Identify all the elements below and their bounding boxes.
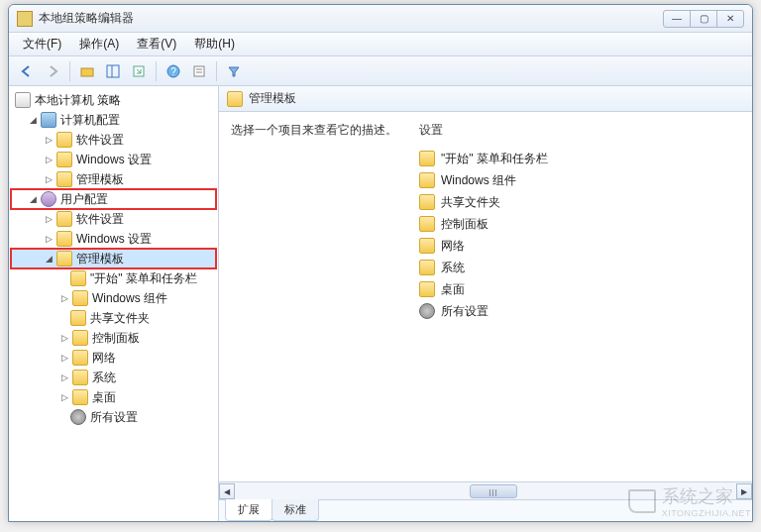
- tree-user-config[interactable]: ◢ 用户配置: [11, 189, 216, 209]
- tree-root[interactable]: 本地计算机 策略: [11, 90, 216, 110]
- collapse-icon[interactable]: ◢: [27, 114, 39, 126]
- forward-button[interactable]: [41, 59, 64, 83]
- tree-control-panel[interactable]: ▷ 控制面板: [11, 328, 216, 348]
- list-item-control-panel[interactable]: 控制面板: [419, 213, 740, 235]
- folder-icon: [72, 290, 88, 306]
- list-item-start-taskbar[interactable]: "开始" 菜单和任务栏: [419, 148, 740, 169]
- folder-icon: [56, 251, 72, 266]
- scroll-thumb[interactable]: |||: [470, 484, 517, 498]
- help-button[interactable]: ?: [162, 59, 185, 83]
- folder-icon: [419, 151, 435, 166]
- tree-software-settings[interactable]: ▷ 软件设置: [11, 130, 216, 150]
- menu-view[interactable]: 查看(V): [129, 33, 184, 55]
- svg-rect-1: [107, 65, 119, 77]
- menu-file[interactable]: 文件(F): [15, 33, 69, 55]
- expand-icon[interactable]: ▷: [58, 352, 70, 364]
- close-button[interactable]: ✕: [716, 10, 744, 28]
- tree-label: 计算机配置: [60, 112, 120, 129]
- toolbar: ?: [9, 56, 752, 86]
- user-icon: [41, 191, 56, 207]
- svg-rect-0: [81, 68, 93, 76]
- folder-icon: [72, 330, 88, 346]
- description-column: 选择一个项目来查看它的描述。: [231, 122, 419, 472]
- tree-admin-templates-user[interactable]: ◢ 管理模板: [11, 249, 216, 268]
- tab-standard[interactable]: 标准: [272, 499, 319, 521]
- tree-windows-settings[interactable]: ▷ Windows 设置: [11, 150, 216, 169]
- expand-icon[interactable]: ▷: [43, 213, 54, 225]
- folder-icon: [227, 91, 243, 107]
- tree-label: Windows 组件: [92, 290, 167, 307]
- tree-windows-comp[interactable]: ▷ Windows 组件: [11, 288, 216, 308]
- tree-system[interactable]: ▷ 系统: [11, 368, 216, 387]
- detail-area: 选择一个项目来查看它的描述。 设置 "开始" 菜单和任务栏 Windows 组件…: [219, 112, 752, 481]
- svg-rect-6: [194, 66, 204, 76]
- tree-admin-templates[interactable]: ▷ 管理模板: [11, 169, 216, 189]
- separator: [69, 61, 70, 81]
- window-buttons: — ▢ ✕: [664, 10, 744, 28]
- expand-icon[interactable]: ▷: [43, 154, 54, 165]
- export-button[interactable]: [127, 59, 151, 83]
- tree-label: 桌面: [92, 389, 116, 406]
- tree-windows-settings-user[interactable]: ▷ Windows 设置: [11, 229, 216, 249]
- header-title: 管理模板: [249, 90, 296, 107]
- scroll-right-button[interactable]: ▶: [736, 483, 752, 499]
- up-button[interactable]: [75, 59, 99, 83]
- tab-extended[interactable]: 扩展: [225, 499, 272, 521]
- tree-computer-config[interactable]: ◢ 计算机配置: [11, 110, 216, 130]
- tree-label: 系统: [92, 370, 116, 386]
- maximize-button[interactable]: ▢: [690, 10, 717, 28]
- content: 本地计算机 策略 ◢ 计算机配置 ▷ 软件设置 ▷ Windows 设置 ▷ 管…: [9, 86, 752, 521]
- properties-button[interactable]: [187, 59, 211, 83]
- folder-icon: [56, 132, 72, 148]
- expand-icon[interactable]: ▷: [58, 332, 70, 344]
- right-pane: 管理模板 选择一个项目来查看它的描述。 设置 "开始" 菜单和任务栏 Windo…: [219, 86, 752, 521]
- tree-label: Windows 设置: [76, 231, 152, 248]
- tree-shared-folders[interactable]: 共享文件夹: [11, 308, 216, 328]
- tree-label: 网络: [92, 350, 116, 367]
- list-label: 系统: [441, 260, 465, 276]
- tree-label: 用户配置: [60, 191, 108, 208]
- back-button[interactable]: [15, 59, 39, 83]
- filter-button[interactable]: [222, 59, 246, 83]
- minimize-button[interactable]: —: [663, 10, 691, 28]
- list-item-windows-comp[interactable]: Windows 组件: [419, 169, 740, 191]
- expand-icon[interactable]: ▷: [43, 173, 54, 185]
- folder-icon: [56, 152, 72, 167]
- tree-desktop[interactable]: ▷ 桌面: [11, 387, 216, 407]
- collapse-icon[interactable]: ◢: [27, 193, 39, 205]
- expand-icon[interactable]: ▷: [58, 372, 70, 383]
- collapse-icon[interactable]: ◢: [43, 253, 54, 265]
- tree-label: 软件设置: [76, 132, 124, 149]
- policy-icon: [15, 92, 31, 108]
- column-header-setting[interactable]: 设置: [419, 122, 740, 140]
- tree-software-settings-user[interactable]: ▷ 软件设置: [11, 209, 216, 229]
- tree-pane[interactable]: 本地计算机 策略 ◢ 计算机配置 ▷ 软件设置 ▷ Windows 设置 ▷ 管…: [9, 86, 219, 521]
- list-item-desktop[interactable]: 桌面: [419, 278, 740, 300]
- list-item-shared-folders[interactable]: 共享文件夹: [419, 191, 740, 213]
- tree-label: "开始" 菜单和任务栏: [90, 270, 197, 287]
- horizontal-scrollbar[interactable]: ◀ ||| ▶: [219, 481, 752, 499]
- list-item-network[interactable]: 网络: [419, 235, 740, 257]
- expand-icon[interactable]: ▷: [58, 391, 70, 403]
- tree-label: 管理模板: [76, 251, 124, 267]
- list-item-all-settings[interactable]: 所有设置: [419, 300, 740, 322]
- tree-all-settings[interactable]: 所有设置: [11, 407, 216, 427]
- menu-action[interactable]: 操作(A): [71, 33, 127, 55]
- expand-icon[interactable]: ▷: [43, 134, 54, 146]
- show-hide-tree-button[interactable]: [101, 59, 125, 83]
- list-item-system[interactable]: 系统: [419, 257, 740, 278]
- tree-label: 共享文件夹: [90, 310, 150, 327]
- expand-icon[interactable]: ▷: [58, 292, 70, 304]
- scroll-left-button[interactable]: ◀: [219, 483, 235, 499]
- svg-text:?: ?: [170, 66, 176, 77]
- tree-label: 软件设置: [76, 211, 124, 228]
- list-label: 控制面板: [441, 216, 489, 233]
- description-text: 选择一个项目来查看它的描述。: [231, 122, 409, 139]
- menu-help[interactable]: 帮助(H): [186, 33, 243, 55]
- expand-icon[interactable]: ▷: [43, 233, 54, 245]
- tree-start-taskbar[interactable]: "开始" 菜单和任务栏: [11, 268, 216, 288]
- list-label: "开始" 菜单和任务栏: [441, 151, 548, 167]
- titlebar[interactable]: 本地组策略编辑器 — ▢ ✕: [9, 5, 752, 33]
- folder-icon: [56, 171, 72, 187]
- tree-network[interactable]: ▷ 网络: [11, 348, 216, 368]
